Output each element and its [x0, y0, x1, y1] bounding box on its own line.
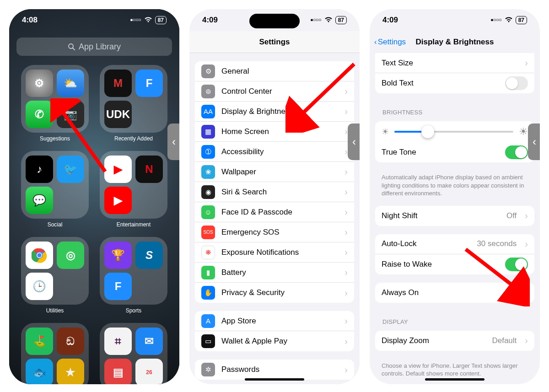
- app-icon[interactable]: 🏆: [104, 242, 132, 269]
- app-icon[interactable]: UDK: [104, 101, 132, 128]
- calendar-app-icon[interactable]: 26: [135, 359, 163, 384]
- tiktok-app-icon[interactable]: ♪: [26, 156, 53, 183]
- true-tone-note: Automatically adapt iPhone display based…: [370, 171, 540, 198]
- back-button[interactable]: ‹ Settings: [374, 31, 406, 53]
- app-library-search[interactable]: App Library: [16, 38, 172, 56]
- more-apps[interactable]: [57, 273, 84, 300]
- settings-row[interactable]: ▭Wallet & Apple Pay›: [195, 331, 354, 351]
- cellular-icon: ▪▫▫▫: [491, 16, 502, 25]
- row-label: Night Shift: [382, 211, 500, 220]
- chevron-right-icon: ›: [344, 126, 348, 137]
- folder-games[interactable]: ⛳ ඞ 🐟 ★: [20, 323, 90, 384]
- row-value: Default: [492, 336, 517, 345]
- settings-row[interactable]: AApp Store›: [195, 311, 354, 331]
- app-icon[interactable]: F: [135, 70, 163, 97]
- settings-row[interactable]: ✲Passwords›: [195, 360, 354, 380]
- row-true-tone[interactable]: True Tone: [375, 142, 534, 162]
- row-icon: ⚙: [201, 64, 215, 78]
- app-icon[interactable]: ★: [57, 359, 84, 384]
- settings-row[interactable]: SOSEmergency SOS›: [195, 222, 354, 242]
- settings-row[interactable]: ⚙General›: [195, 61, 354, 81]
- settings-row[interactable]: ▦Home Screen›: [195, 122, 354, 142]
- settings-row[interactable]: ❀Wallpaper›: [195, 162, 354, 182]
- row-label: Emergency SOS: [221, 228, 338, 237]
- twitter-app-icon[interactable]: 🐦: [57, 156, 84, 183]
- app-icon[interactable]: 🐟: [26, 359, 53, 384]
- home-indicator[interactable]: [245, 378, 304, 381]
- app-icon[interactable]: F: [104, 273, 132, 300]
- battery-icon: 87: [155, 16, 167, 24]
- folder-recently-added[interactable]: M F UDK Recently Added: [99, 65, 168, 142]
- slack-app-icon[interactable]: ⌗: [104, 328, 132, 355]
- clock-app-icon[interactable]: 🕒: [26, 273, 53, 300]
- folder-sports[interactable]: 🏆 S F Sports: [99, 237, 168, 314]
- camera-app-icon[interactable]: 📷: [57, 101, 84, 128]
- app-icon[interactable]: ⛳: [26, 328, 53, 355]
- settings-row[interactable]: ✋Privacy & Security›: [195, 283, 354, 303]
- folder-social[interactable]: ♪ 🐦 💬 Social: [20, 151, 90, 228]
- raise-to-wake-toggle[interactable]: [505, 258, 528, 271]
- row-label: General: [221, 67, 338, 76]
- youtube-music-icon[interactable]: ▶: [104, 187, 132, 214]
- row-display-zoom[interactable]: Display Zoom Default ›: [375, 331, 534, 351]
- netflix-app-icon[interactable]: N: [135, 156, 163, 183]
- folder-entertainment[interactable]: ▶ N ▶ Entertainment: [99, 151, 168, 228]
- messages-app-icon[interactable]: 💬: [26, 187, 53, 214]
- folder-label: Entertainment: [117, 221, 151, 228]
- more-apps[interactable]: [135, 101, 163, 128]
- chevron-right-icon: ›: [344, 227, 348, 237]
- settings-row[interactable]: ◉Siri & Search›: [195, 182, 354, 202]
- settings-row[interactable]: ❋Exposure Notifications›: [195, 242, 354, 263]
- settings-row[interactable]: ➀Accessibility›: [195, 142, 354, 162]
- more-apps[interactable]: [57, 187, 84, 214]
- app-icon[interactable]: ▤: [104, 359, 132, 384]
- row-always-on[interactable]: Always On: [375, 283, 534, 303]
- app-icon[interactable]: ඞ: [57, 328, 84, 355]
- more-apps[interactable]: [135, 187, 163, 214]
- mail-app-icon[interactable]: ✉: [135, 328, 163, 355]
- folder-label: Social: [48, 221, 63, 228]
- settings-app-icon[interactable]: ⚙: [26, 70, 53, 97]
- edge-tab[interactable]: ‹: [348, 124, 360, 160]
- weather-app-icon[interactable]: ⛅: [57, 70, 84, 97]
- settings-row[interactable]: ▮Battery›: [195, 263, 354, 283]
- row-label: Text Size: [382, 59, 518, 68]
- row-icon: ✲: [201, 363, 215, 376]
- row-icon: ➀: [201, 145, 215, 159]
- row-auto-lock[interactable]: Auto-Lock 30 seconds ›: [375, 234, 534, 254]
- home-indicator[interactable]: [425, 378, 484, 381]
- row-label: Wallet & Apple Pay: [221, 337, 338, 346]
- row-text-size[interactable]: Text Size ›: [375, 53, 534, 73]
- app-icon[interactable]: S: [135, 242, 163, 269]
- phone-app-icon[interactable]: ✆: [26, 101, 53, 128]
- chevron-right-icon: ›: [344, 166, 348, 177]
- edge-tab[interactable]: ‹: [528, 124, 540, 160]
- settings-row[interactable]: ⊚Control Center›: [195, 81, 354, 102]
- chevron-right-icon: ›: [344, 66, 348, 76]
- settings-row[interactable]: AADisplay & Brightness›: [195, 102, 354, 122]
- row-label: Accessibility: [221, 147, 338, 156]
- row-label: Auto-Lock: [382, 239, 470, 248]
- app-icon[interactable]: M: [104, 70, 132, 97]
- always-on-toggle[interactable]: [505, 286, 528, 300]
- bold-text-toggle[interactable]: [505, 76, 528, 90]
- settings-group-passwords: ✲Passwords›: [195, 360, 354, 380]
- chrome-app-icon[interactable]: [26, 242, 53, 269]
- youtube-app-icon[interactable]: ▶: [104, 156, 132, 183]
- brightness-slider[interactable]: ☀︎ ☀︎: [375, 121, 534, 142]
- cellular-icon: ▪▫▫▫: [311, 16, 322, 25]
- folder-utilities[interactable]: ◎ 🕒 Utilities: [20, 237, 90, 314]
- more-apps[interactable]: [135, 273, 163, 300]
- search-placeholder: App Library: [79, 42, 121, 52]
- settings-row[interactable]: ☺Face ID & Passcode›: [195, 202, 354, 222]
- row-night-shift[interactable]: Night Shift Off ›: [375, 206, 534, 226]
- folder-suggestions[interactable]: ⚙ ⛅ ✆ 📷 Suggestions: [20, 65, 90, 142]
- row-bold-text[interactable]: Bold Text: [375, 73, 534, 93]
- find-my-app-icon[interactable]: ◎: [57, 242, 84, 269]
- true-tone-toggle[interactable]: [505, 145, 528, 159]
- chevron-right-icon: ›: [525, 210, 528, 221]
- home-screen-phone: 4:08 ▪▫▫▫ 87 App Library ⚙: [9, 9, 179, 384]
- edge-tab[interactable]: ‹: [167, 124, 179, 160]
- folder-productivity[interactable]: ⌗ ✉ ▤ 26: [99, 323, 168, 384]
- row-raise-to-wake[interactable]: Raise to Wake: [375, 254, 534, 274]
